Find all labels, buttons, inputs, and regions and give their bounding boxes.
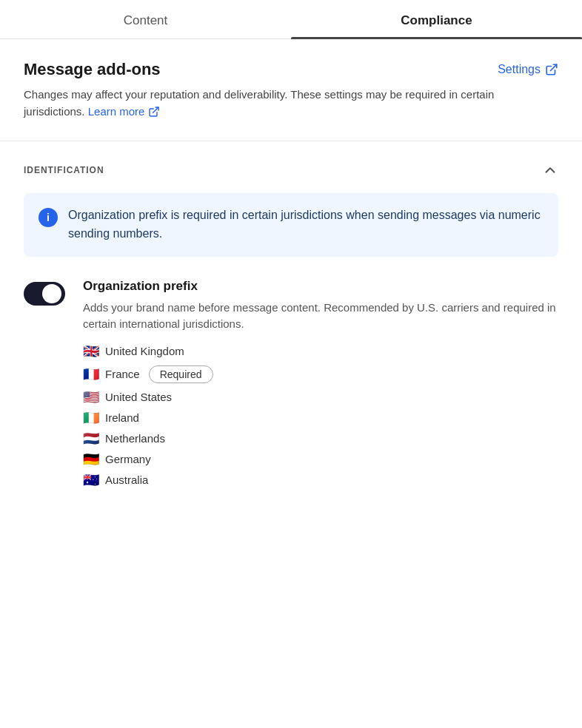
info-icon: i [39, 208, 58, 227]
list-item: 🇫🇷 France Required [83, 365, 558, 383]
tabs-bar: Content Compliance [0, 0, 582, 39]
section-header: Message add-ons Settings [24, 60, 558, 79]
country-name: Australia [105, 473, 148, 486]
identification-section-header: IDENTIFICATION [24, 162, 558, 178]
country-name: United States [105, 391, 172, 403]
divider [0, 141, 582, 141]
main-content: Message add-ons Settings Changes may aff… [0, 39, 582, 510]
country-name: Netherlands [105, 432, 165, 445]
flag-uk: 🇬🇧 [83, 345, 99, 358]
flag-germany: 🇩🇪 [83, 453, 99, 466]
list-item: 🇮🇪 Ireland [83, 411, 558, 425]
country-name: France [105, 368, 140, 380]
list-item: 🇬🇧 United Kingdom [83, 345, 558, 358]
section-description: Changes may affect your reputation and d… [24, 87, 558, 120]
svg-line-1 [153, 107, 158, 112]
org-prefix-toggle[interactable] [24, 282, 65, 306]
learn-more-external-icon [147, 105, 161, 118]
svg-line-0 [551, 64, 557, 70]
country-name: Germany [105, 453, 151, 465]
org-prefix-content: Organization prefix Adds your brand name… [83, 279, 558, 487]
list-item: 🇺🇸 United States [83, 391, 558, 404]
country-list: 🇬🇧 United Kingdom 🇫🇷 France Required 🇺🇸 … [83, 345, 558, 487]
country-name: United Kingdom [105, 345, 184, 357]
flag-australia: 🇦🇺 [83, 473, 99, 487]
tab-compliance[interactable]: Compliance [291, 0, 582, 38]
learn-more-link[interactable]: Learn more [88, 104, 161, 121]
country-name: Ireland [105, 411, 139, 424]
required-badge: Required [149, 365, 213, 383]
info-box: i Organization prefix is required in cer… [24, 193, 558, 257]
list-item: 🇦🇺 Australia [83, 473, 558, 487]
flag-france: 🇫🇷 [83, 368, 99, 381]
flag-us: 🇺🇸 [83, 391, 99, 404]
org-prefix-row: Organization prefix Adds your brand name… [24, 279, 558, 487]
chevron-up-icon[interactable] [542, 162, 558, 178]
flag-netherlands: 🇳🇱 [83, 432, 99, 445]
page-title: Message add-ons [24, 60, 161, 79]
flag-ireland: 🇮🇪 [83, 411, 99, 425]
list-item: 🇩🇪 Germany [83, 453, 558, 466]
info-box-text: Organization prefix is required in certa… [68, 206, 543, 243]
external-link-icon [545, 63, 558, 76]
settings-link[interactable]: Settings [498, 63, 558, 76]
tab-content[interactable]: Content [0, 0, 291, 38]
org-prefix-title: Organization prefix [83, 279, 558, 294]
list-item: 🇳🇱 Netherlands [83, 432, 558, 445]
identification-label: IDENTIFICATION [24, 165, 104, 175]
org-prefix-desc: Adds your brand name before message cont… [83, 300, 558, 333]
